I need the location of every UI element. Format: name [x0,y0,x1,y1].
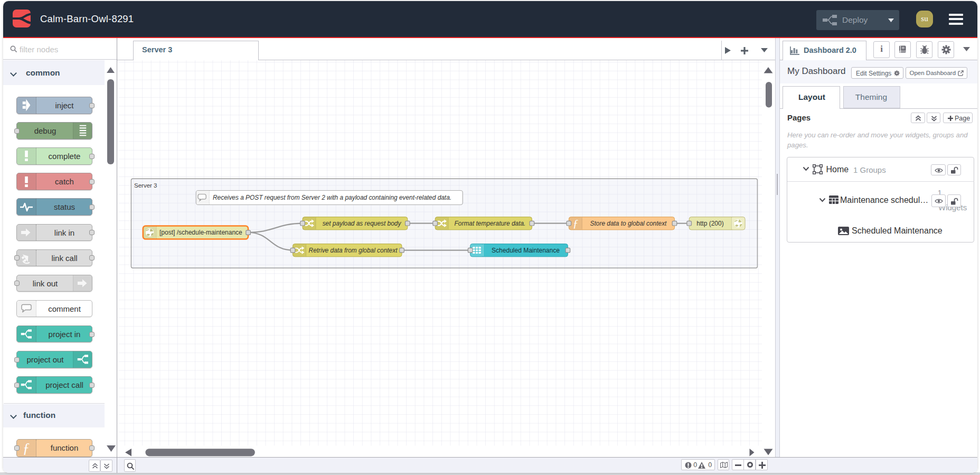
svg-text:Retrive data from global conte: Retrive data from global context [309,247,398,254]
svg-text:set payload as request body: set payload as request body [323,220,402,227]
svg-text:Scheduled Maintenance: Scheduled Maintenance [492,247,560,254]
svg-text:Format temperature data.: Format temperature data. [455,220,526,227]
svg-text:ƒ: ƒ [573,217,579,230]
svg-text:http (200): http (200) [696,220,723,227]
svg-text:[post] /schedule-maintenance: [post] /schedule-maintenance [159,229,242,236]
svg-text:Store data to global context: Store data to global context [590,220,667,227]
svg-text:Server 3: Server 3 [134,182,157,189]
svg-text:Receives a POST request from S: Receives a POST request from Server 2 wi… [213,194,451,201]
